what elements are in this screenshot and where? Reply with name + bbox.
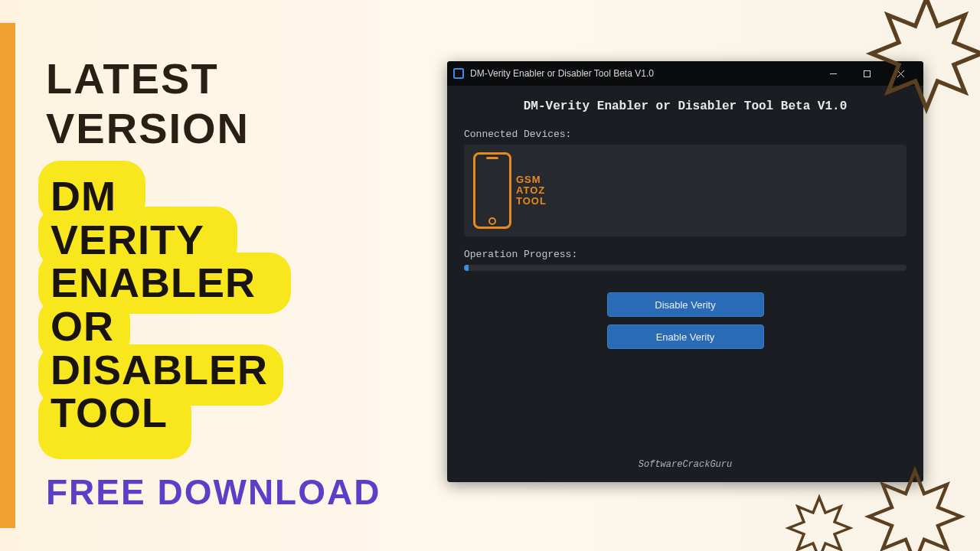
- decorative-rosette-icon: [858, 0, 980, 122]
- titlebar[interactable]: DM-Verity Enabler or Disabler Tool Beta …: [447, 61, 923, 86]
- titlebar-title: DM-Verity Enabler or Disabler Tool Beta …: [470, 68, 816, 79]
- left-accent-bar: [0, 23, 15, 528]
- decorative-rosette-icon: [858, 459, 972, 551]
- tool-name-text: DM VERITY ENABLER OR DISABLER TOOL: [46, 168, 273, 441]
- tool-name-block: DM VERITY ENABLER OR DISABLER TOOL: [46, 168, 273, 441]
- app-heading: DM-Verity Enabler or Disabler Tool Beta …: [464, 99, 906, 113]
- app-icon: [453, 68, 464, 79]
- logo-line: TOOL: [516, 196, 547, 207]
- enable-verity-button[interactable]: Enable Verity: [607, 324, 764, 349]
- phone-icon: [473, 152, 511, 229]
- footer-credit: SoftwareCrackGuru: [464, 459, 906, 474]
- progress-bar: [464, 265, 906, 271]
- connected-devices-box: GSM ATOZ TOOL: [464, 145, 906, 236]
- promo-panel: LATEST VERSION DM VERITY ENABLER OR DISA…: [46, 54, 429, 513]
- watermark-logo-text: GSM ATOZ TOOL: [516, 174, 547, 207]
- logo-line: GSM: [516, 174, 547, 185]
- progress-fill: [464, 265, 469, 271]
- app-window: DM-Verity Enabler or Disabler Tool Beta …: [447, 61, 923, 482]
- minimize-button[interactable]: [816, 61, 850, 86]
- logo-line: ATOZ: [516, 185, 547, 196]
- decorative-rosette-icon: [781, 490, 858, 551]
- free-download-text: FREE DOWNLOAD: [46, 471, 429, 513]
- connected-devices-label: Connected Devices:: [464, 129, 906, 140]
- operation-progress-label: Operation Progress:: [464, 249, 906, 260]
- latest-version-heading: LATEST VERSION: [46, 54, 429, 153]
- app-body: DM-Verity Enabler or Disabler Tool Beta …: [447, 86, 923, 482]
- disable-verity-button[interactable]: Disable Verity: [607, 292, 764, 317]
